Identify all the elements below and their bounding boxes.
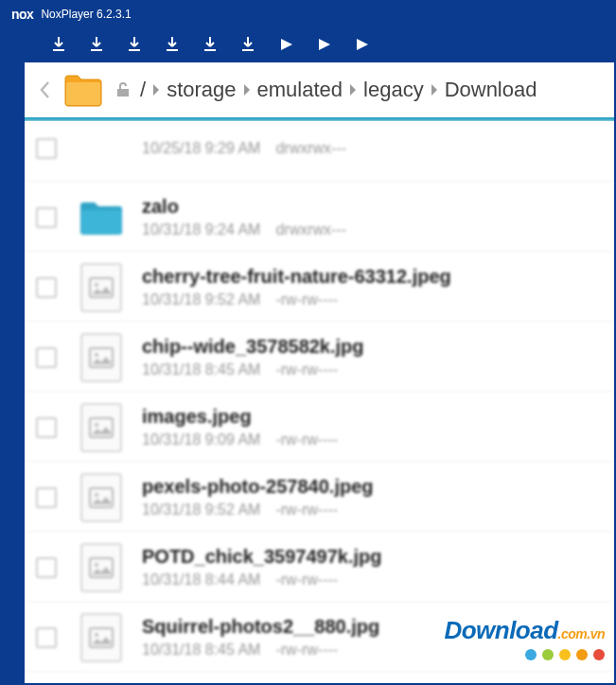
play-icon[interactable] [352,35,371,54]
svg-point-5 [95,353,98,357]
file-info: images.jpeg 10/31/18 9:09 AM -rw-rw---- [142,406,603,448]
file-perm: drwxrwx--- [275,221,346,238]
file-name: Squirrel-photos2__880.jpg [142,616,603,638]
file-perm: -rw-rw---- [275,501,338,518]
file-date: 10/31/18 9:52 AM [142,501,260,518]
image-file-icon [78,544,125,591]
nox-logo: nox [11,7,33,22]
file-info: POTD_chick_3597497k.jpg 10/31/18 8:44 AM… [142,546,603,588]
checkbox[interactable] [36,347,57,368]
checkbox[interactable] [36,557,57,578]
list-item[interactable]: pexels-photo-257840.jpeg 10/31/18 9:52 A… [25,463,614,533]
svg-point-9 [95,493,98,497]
download-icon[interactable] [87,35,106,54]
file-explorer: / storage emulated legacy Download 10/25… [25,62,614,683]
svg-rect-1 [81,210,121,234]
file-date: 10/31/18 8:45 AM [142,641,260,659]
download-icon[interactable] [238,35,257,54]
download-icon[interactable] [49,35,68,54]
chevron-right-icon [242,82,252,97]
file-date: 10/31/18 9:52 AM [142,291,260,308]
image-file-icon [78,404,125,451]
checkbox[interactable] [36,207,57,228]
file-info: Squirrel-photos2__880.jpg 10/31/18 8:45 … [142,616,603,659]
file-info: 10/25/18 9:29 AM drwxrwx--- [142,140,603,157]
download-icon[interactable] [201,35,220,54]
checkbox[interactable] [36,277,57,298]
file-date: 10/31/18 8:45 AM [142,361,260,378]
file-perm: drwxrwx--- [275,140,346,157]
list-item[interactable]: cherry-tree-fruit-nature-63312.jpeg 10/3… [25,253,614,323]
list-item[interactable]: POTD_chick_3597497k.jpg 10/31/18 8:44 AM… [25,533,614,603]
file-name: images.jpeg [142,406,603,428]
file-name: cherry-tree-fruit-nature-63312.jpeg [142,266,603,288]
file-date: 10/25/18 9:29 AM [142,140,260,157]
image-file-icon [78,474,125,521]
file-perm: -rw-rw---- [275,641,338,659]
checkbox[interactable] [36,138,57,159]
breadcrumb-bar: / storage emulated legacy Download [25,62,614,121]
image-file-icon [78,264,125,311]
svg-point-11 [95,563,98,567]
play-icon[interactable] [314,35,333,54]
chevron-right-icon [348,82,358,97]
noxplayer-window: nox NoxPlayer 6.2.3.1 / storag [0,0,616,685]
unlock-icon[interactable] [112,80,134,99]
download-icon[interactable] [163,35,182,54]
checkbox[interactable] [36,417,57,438]
toolbar [2,26,614,62]
file-name: zalo [142,196,603,218]
image-file-icon [78,614,125,661]
list-item[interactable]: images.jpeg 10/31/18 9:09 AM -rw-rw---- [25,393,614,463]
folder-icon [78,194,125,241]
file-name: chip--wide_3578582k.jpg [142,336,603,358]
file-list: 10/25/18 9:29 AM drwxrwx--- zalo 10/31/1… [25,121,614,683]
file-info: pexels-photo-257840.jpeg 10/31/18 9:52 A… [142,476,603,518]
file-name: POTD_chick_3597497k.jpg [142,546,603,568]
file-date: 10/31/18 8:44 AM [142,571,260,588]
crumb-root[interactable]: / [140,78,146,102]
list-item[interactable]: Squirrel-photos2__880.jpg 10/31/18 8:45 … [25,603,614,673]
checkbox[interactable] [36,487,57,508]
play-icon[interactable] [276,35,295,54]
window-title: NoxPlayer 6.2.3.1 [41,8,131,21]
chevron-right-icon [151,82,161,97]
crumb-emulated[interactable]: emulated [257,78,343,102]
folder-icon [62,71,104,109]
list-item[interactable]: 101001011110 videoplayback.bin -rw-rw---… [25,673,614,683]
file-date: 10/31/18 9:09 AM [142,431,260,448]
file-name: pexels-photo-257840.jpeg [142,476,603,498]
file-date: 10/31/18 9:24 AM [142,221,260,238]
list-item[interactable]: chip--wide_3578582k.jpg 10/31/18 8:45 AM… [25,323,614,393]
checkbox[interactable] [36,627,57,648]
list-item[interactable]: 10/25/18 9:29 AM drwxrwx--- [25,121,614,183]
crumb-download[interactable]: Download [445,78,537,102]
titlebar: nox NoxPlayer 6.2.3.1 [2,2,614,26]
download-icon[interactable] [125,35,144,54]
chevron-right-icon [430,82,439,97]
svg-rect-0 [66,82,100,105]
svg-point-3 [95,283,98,287]
file-perm: -rw-rw---- [275,431,338,448]
list-item[interactable]: zalo 10/31/18 9:24 AM drwxrwx--- [25,183,614,253]
file-perm: -rw-rw---- [275,571,338,588]
svg-point-7 [95,423,98,427]
file-info: cherry-tree-fruit-nature-63312.jpeg 10/3… [142,266,603,308]
file-info: chip--wide_3578582k.jpg 10/31/18 8:45 AM… [142,336,603,378]
crumb-legacy[interactable]: legacy [363,78,424,102]
breadcrumb[interactable]: / storage emulated legacy Download [140,78,537,102]
svg-point-13 [95,633,98,637]
image-file-icon [78,334,125,381]
back-icon[interactable] [34,80,55,99]
file-perm: -rw-rw---- [275,361,338,378]
crumb-storage[interactable]: storage [167,78,236,102]
file-perm: -rw-rw---- [275,291,338,308]
file-info: zalo 10/31/18 9:24 AM drwxrwx--- [142,196,603,238]
